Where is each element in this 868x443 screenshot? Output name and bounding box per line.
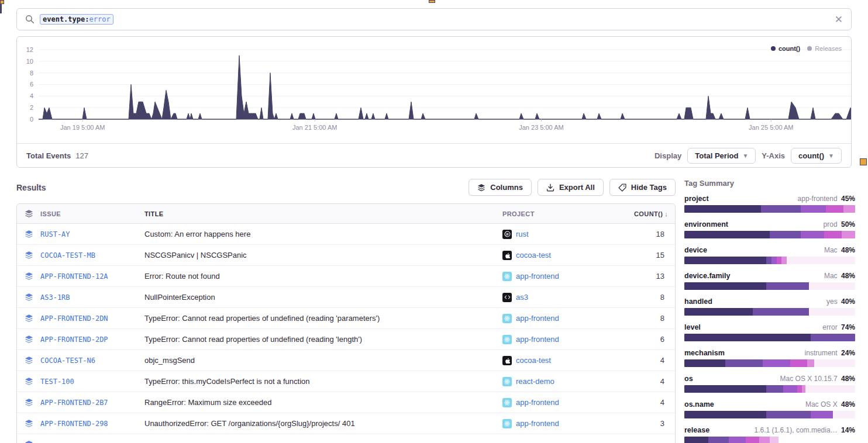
tag-distribution-bar[interactable]: [684, 334, 855, 341]
project-link[interactable]: app-frontend: [516, 419, 559, 428]
tag-distribution-bar[interactable]: [684, 231, 855, 238]
issue-link[interactable]: TEST-100: [40, 378, 74, 386]
column-header-issue[interactable]: ISSUE: [40, 210, 144, 217]
tag-distribution-bar[interactable]: [684, 385, 855, 393]
tag-summary-item[interactable]: project app-frontend 45%: [684, 195, 855, 213]
issue-count: 3: [634, 419, 675, 428]
svg-text:Jan 25 5:00 AM: Jan 25 5:00 AM: [749, 124, 793, 131]
search-bar[interactable]: event.type:error ✕: [16, 8, 852, 30]
project-link[interactable]: cocoa-test: [516, 356, 551, 365]
project-link[interactable]: app-frontend: [516, 335, 559, 344]
legend-dot-icon: [771, 46, 776, 51]
table-row[interactable]: APP-FRONTEND-298 UnauthorizedError: GET …: [17, 413, 675, 434]
chevron-down-icon: ▼: [828, 153, 834, 159]
columns-button[interactable]: Columns: [469, 179, 532, 196]
issue-link[interactable]: COCOA-TEST-MB: [40, 251, 95, 259]
tag-summary-item[interactable]: os.name Mac OS X 48%: [684, 400, 855, 418]
project-link[interactable]: app-frontend: [516, 272, 559, 281]
table-row[interactable]: AS3-1RB NullPointerException as3 8: [17, 287, 675, 308]
tag-distribution-bar[interactable]: [684, 205, 855, 213]
table-row[interactable]: APP-FRONTEND-2B7 RangeError: Maximum siz…: [17, 392, 675, 413]
tag-summary-item[interactable]: os Mac OS X 10.15.7 48%: [684, 375, 855, 393]
tag-distribution-bar[interactable]: [684, 437, 855, 443]
react-project-icon: [502, 398, 512, 407]
tag-name: device: [684, 246, 707, 254]
tag-top-value: Mac 48%: [824, 246, 855, 254]
table-row[interactable]: TEST-100 TypeError: this.myCodeIsPerfect…: [17, 371, 675, 392]
svg-text:0: 0: [30, 116, 33, 123]
project-link[interactable]: react-demo: [516, 377, 554, 386]
total-events-value: 127: [75, 151, 88, 160]
tag-summary-item[interactable]: environment prod 50%: [684, 220, 855, 238]
hide-tags-button[interactable]: Hide Tags: [609, 179, 676, 196]
chart-footer: Total Events 127 Display Total Period▼ Y…: [17, 143, 851, 167]
tag-summary-item[interactable]: handled yes 40%: [684, 297, 855, 316]
display-dropdown[interactable]: Total Period▼: [687, 148, 756, 164]
tag-distribution-bar[interactable]: [684, 308, 855, 316]
svg-text:Jan 19 5:00 AM: Jan 19 5:00 AM: [60, 124, 105, 131]
issue-title: RangeError: Maximum size exceeded: [144, 398, 502, 407]
tag-name: os: [684, 375, 693, 383]
code-project-icon: [502, 293, 512, 302]
issue-link[interactable]: APP-FRONTEND-12A: [40, 272, 108, 281]
events-chart[interactable]: 024681012Jan 19 5:00 AMJan 21 5:00 AMJan…: [17, 37, 851, 144]
issue-title: NullPointerException: [144, 293, 502, 302]
search-query-token[interactable]: event.type:error: [40, 14, 113, 25]
issue-link[interactable]: APP-FRONTEND-2DN: [40, 314, 108, 323]
issue-link[interactable]: APP-FRONTEND-2DP: [40, 335, 108, 344]
project-link[interactable]: cocoa-test: [516, 251, 551, 259]
table-row[interactable]: COCOA-TEST-N6 objc_msgSend cocoa-test 4: [17, 350, 675, 371]
issue-title: objc_msgSend: [144, 356, 502, 365]
table-row-partial[interactable]: [17, 434, 675, 443]
tag-distribution-bar[interactable]: [684, 359, 855, 367]
project-link[interactable]: app-frontend: [516, 398, 559, 407]
tag-top-value: Mac OS X 10.15.7 48%: [780, 375, 855, 383]
legend-item[interactable]: Releases: [807, 45, 842, 52]
issue-count: 8: [634, 293, 675, 302]
issue-link[interactable]: AS3-1RB: [40, 293, 70, 302]
table-row[interactable]: COCOA-TEST-MB NSCGSPanicv | NSCGSPanic c…: [17, 245, 675, 266]
svg-text:2: 2: [30, 104, 33, 111]
project-link[interactable]: app-frontend: [516, 314, 559, 323]
issue-count: 8: [634, 314, 675, 323]
tag-top-value: app-frontend 45%: [798, 195, 855, 203]
tag-summary-item[interactable]: mechanism instrument 24%: [684, 349, 855, 367]
issue-link[interactable]: RUST-AY: [40, 230, 70, 238]
tag-distribution-bar[interactable]: [684, 411, 855, 418]
issue-count: 18: [634, 230, 675, 238]
issue-count: 6: [634, 335, 675, 344]
tag-summary-item[interactable]: level error 74%: [684, 323, 855, 341]
tag-summary-item[interactable]: device.family Mac 48%: [684, 272, 855, 290]
table-row[interactable]: RUST-AY Custom: An error happens here Rr…: [17, 224, 675, 245]
react-project-icon: [502, 335, 512, 344]
yaxis-dropdown[interactable]: count()▼: [791, 148, 842, 164]
download-icon: [546, 184, 554, 192]
query-value: error: [89, 15, 110, 23]
results-title: Results: [16, 183, 46, 192]
table-row[interactable]: APP-FRONTEND-2DN TypeError: Cannot read …: [17, 308, 675, 329]
issue-stack-icon: [17, 335, 40, 344]
table-row[interactable]: APP-FRONTEND-12A Error: Route not found …: [17, 266, 675, 287]
results-actions: ColumnsExport AllHide Tags: [469, 179, 676, 196]
tag-name: environment: [684, 220, 728, 229]
table-row[interactable]: APP-FRONTEND-2DP TypeError: Cannot read …: [17, 329, 675, 350]
tag-summary-item[interactable]: release 1.6.1 (1.6.1), com.media… 14%: [684, 426, 855, 443]
results-table: ISSUE TITLE PROJECT COUNT()↓ RUST-AY Cus…: [16, 203, 676, 443]
issue-link[interactable]: APP-FRONTEND-2B7: [40, 399, 108, 407]
project-link[interactable]: as3: [516, 293, 528, 302]
tag-name: mechanism: [684, 349, 725, 357]
legend-item[interactable]: count(): [771, 45, 800, 52]
stack-icon: [477, 184, 485, 192]
export-all-button[interactable]: Export All: [538, 179, 604, 196]
tag-summary-item[interactable]: device Mac 48%: [684, 246, 855, 264]
clear-search-icon[interactable]: ✕: [835, 15, 843, 25]
tag-distribution-bar[interactable]: [684, 282, 855, 290]
column-header-count[interactable]: COUNT()↓: [634, 210, 675, 217]
project-link[interactable]: rust: [516, 230, 529, 238]
issue-link[interactable]: COCOA-TEST-N6: [40, 357, 95, 365]
column-header-project[interactable]: PROJECT: [502, 210, 634, 217]
issue-link[interactable]: APP-FRONTEND-298: [40, 420, 108, 428]
tag-distribution-bar[interactable]: [684, 257, 855, 264]
issue-count: 4: [634, 377, 675, 386]
column-header-title[interactable]: TITLE: [144, 210, 502, 217]
